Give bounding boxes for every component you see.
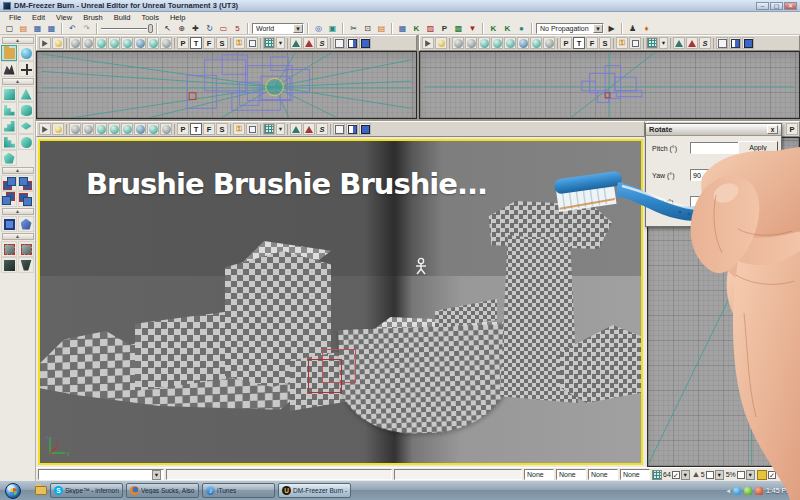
add-special-brush-icon[interactable]	[18, 216, 34, 232]
minimize-button[interactable]: –	[756, 2, 769, 10]
yaw-input[interactable]	[690, 169, 748, 181]
player-start-icon[interactable]	[414, 257, 428, 275]
top-view-button[interactable]: T	[190, 123, 202, 135]
top-left-viewport[interactable]	[36, 51, 417, 119]
texture-align-mode-icon[interactable]	[18, 61, 34, 77]
split-none-icon[interactable]	[333, 123, 345, 135]
csg-add-icon[interactable]	[1, 175, 17, 191]
curved-staircase-builder-icon[interactable]	[1, 102, 17, 118]
grid-dropdown-icon[interactable]: ▼	[276, 123, 285, 135]
top-view-button[interactable]: T	[573, 37, 585, 49]
menu-build[interactable]: Build	[109, 13, 136, 22]
perspective-view-button[interactable]: P	[177, 37, 189, 49]
viewmode-brushwire-icon[interactable]	[452, 37, 464, 49]
viewmode-unlit-icon[interactable]	[95, 123, 107, 135]
realtime-preview-icon[interactable]	[422, 37, 434, 49]
sphere-builder-icon[interactable]	[18, 134, 34, 150]
squint-mode-button[interactable]: S	[699, 37, 711, 49]
builder-brush-wireframe[interactable]	[308, 349, 358, 395]
select-touching-icon[interactable]	[18, 241, 34, 257]
geometry-mode-button[interactable]: ●	[515, 22, 528, 34]
viewmode-wire-icon[interactable]	[465, 37, 477, 49]
split-full-icon[interactable]	[359, 123, 371, 135]
viewmode-lightcomplexity-icon[interactable]	[134, 123, 146, 135]
csg-subtract-icon[interactable]	[18, 175, 34, 191]
spiral-staircase-builder-icon[interactable]	[1, 134, 17, 150]
perspective-view-button[interactable]: P	[786, 123, 798, 135]
add-actor-button[interactable]: ♟	[626, 22, 639, 34]
viewmode-lit-icon[interactable]	[108, 37, 120, 49]
side-view-button[interactable]: S	[599, 37, 611, 49]
camera-mode-button[interactable]: ⊕	[175, 22, 188, 34]
viewmode-wire-icon[interactable]	[82, 123, 94, 135]
sheet-builder-icon[interactable]	[18, 118, 34, 134]
cone-builder-icon[interactable]	[18, 86, 34, 102]
new-map-button[interactable]: ▢	[3, 22, 16, 34]
menu-tools[interactable]: Tools	[136, 13, 164, 22]
perspective-view-button[interactable]: P	[560, 37, 572, 49]
drag-grid-snap[interactable]: 64 ✓ ▼	[652, 470, 690, 480]
terrain-mode-icon[interactable]	[1, 61, 17, 77]
rotation-snap[interactable]: 5 ▼	[692, 470, 724, 480]
select-tool-button[interactable]: ↖	[161, 22, 174, 34]
viewmode-detail-icon[interactable]	[121, 37, 133, 49]
taskbar-item-unrealed[interactable]: U DM-Freezer Burn - U...	[278, 483, 351, 498]
top-right-viewport[interactable]	[419, 51, 800, 119]
perspective-viewport[interactable]: z Y x Brushie Brushie Brushie...	[38, 139, 643, 465]
maximize-viewport-icon[interactable]	[246, 37, 258, 49]
split-none-icon[interactable]	[716, 37, 728, 49]
side-view-button[interactable]: S	[216, 37, 228, 49]
status-combo[interactable]: ▼	[38, 469, 164, 480]
taskbar-item-itunes[interactable]: ♪ iTunes	[202, 483, 275, 498]
quicklaunch-folder-icon[interactable]	[35, 486, 47, 495]
split-half-icon[interactable]	[346, 123, 358, 135]
roll-input[interactable]	[690, 196, 748, 208]
paste-button[interactable]: ▤	[375, 22, 388, 34]
add-volume-icon[interactable]	[1, 216, 17, 232]
viewmode-texturedensity-icon[interactable]	[147, 37, 159, 49]
split-half-icon[interactable]	[346, 37, 358, 49]
angle-snap-checkbox[interactable]	[706, 471, 714, 479]
lighting-bulb-icon[interactable]	[52, 123, 64, 135]
maximize-viewport-icon[interactable]	[246, 123, 258, 135]
split-full-icon[interactable]	[359, 37, 371, 49]
lock-viewport-icon[interactable]: ⚿	[233, 37, 245, 49]
show-actors-icon[interactable]	[290, 37, 302, 49]
split-none-icon[interactable]	[333, 37, 345, 49]
show-widget-button[interactable]: ▦	[396, 22, 409, 34]
far-plane-slider[interactable]	[101, 23, 153, 34]
taskbar-item-firefox[interactable]: Vegas Sucks, Also Fr...	[126, 483, 199, 498]
viewmode-lit-icon[interactable]	[108, 123, 120, 135]
cylinder-builder-icon[interactable]	[18, 102, 34, 118]
angle-snap-caret-icon[interactable]: ▼	[715, 470, 724, 480]
viewmode-wire-icon[interactable]	[82, 37, 94, 49]
tray-expand-icon[interactable]: ◂	[726, 487, 730, 495]
volumetric-builder-icon[interactable]	[1, 150, 17, 166]
scale-snap-caret-icon[interactable]: ▼	[746, 470, 755, 480]
realtime-preview-icon[interactable]	[39, 123, 51, 135]
autosave-toggle[interactable]: ✓	[757, 470, 776, 480]
grid-snap-icon[interactable]	[263, 37, 275, 49]
undo-button[interactable]: ↶	[66, 22, 79, 34]
select-inside-icon[interactable]	[1, 241, 17, 257]
save-all-button[interactable]: ▦	[45, 22, 58, 34]
front-view-button[interactable]: F	[203, 123, 215, 135]
play-in-editor-button[interactable]: P	[438, 22, 451, 34]
lighting-bulb-icon[interactable]	[52, 37, 64, 49]
content-browser-button[interactable]: ▩	[452, 22, 465, 34]
dropdown-caret-icon[interactable]: ▼	[293, 24, 303, 33]
taskbar-item-skype[interactable]: S Skype™ - infernorule...	[50, 483, 123, 498]
viewmode-texturedensity-icon[interactable]	[530, 37, 542, 49]
open-kismet-button[interactable]: K	[487, 22, 500, 34]
tray-app-icon[interactable]	[755, 487, 763, 495]
unlit-movement-button[interactable]: ▨	[424, 22, 437, 34]
invert-selection-icon[interactable]	[1, 257, 17, 273]
realtime-preview-icon[interactable]	[39, 37, 51, 49]
copy-button[interactable]: ⊡	[361, 22, 374, 34]
scale-snap[interactable]: 5% ▼	[726, 470, 755, 480]
show-actors-icon[interactable]	[673, 37, 685, 49]
rotate-dialog[interactable]: Rotate x Pitch (°) Apply ✓ Relative Yaw …	[645, 123, 782, 227]
menu-brush[interactable]: Brush	[78, 13, 108, 22]
menu-file[interactable]: File	[4, 13, 26, 22]
split-half-icon[interactable]	[729, 37, 741, 49]
